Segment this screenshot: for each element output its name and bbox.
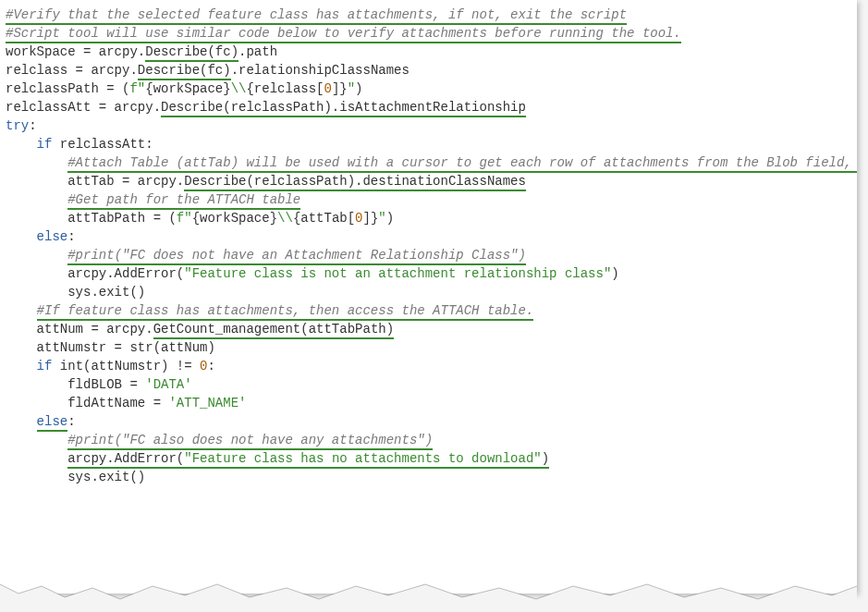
code-token: attTabPath = ( <box>6 211 177 226</box>
code-token: " <box>348 81 355 96</box>
code-token: : <box>29 118 36 133</box>
code-line: fldAttName = 'ATT_NAME' <box>6 396 246 410</box>
code-token: : <box>67 229 75 244</box>
code-token <box>6 359 37 373</box>
code-token: Describe(relclassPath).isAttachmentRelat… <box>161 100 526 117</box>
code-token <box>6 451 67 466</box>
code-token: : <box>207 359 214 373</box>
code-token: {attTab[ <box>293 211 355 226</box>
code-token: else <box>37 229 68 244</box>
code-token: ) <box>542 451 549 469</box>
code-line: #Verify that the selected feature class … <box>6 7 627 25</box>
code-token <box>6 433 67 447</box>
code-line: fldBLOB = 'DATA' <box>6 377 192 392</box>
code-token: {relclass[ <box>246 81 324 96</box>
code-line: sys.exit() <box>6 285 145 300</box>
code-token: #print("FC does not have an Attachment R… <box>67 248 526 265</box>
code-token: attTab = arcpy. <box>6 174 184 189</box>
code-token: relclassAtt: <box>52 137 153 152</box>
code-token: arcpy.AddError( <box>67 451 184 469</box>
code-line: arcpy.AddError("Feature class is not an … <box>6 266 619 281</box>
code-line: #If feature class has attachments, then … <box>6 303 533 321</box>
code-line: attNumstr = str(attNum) <box>6 340 215 355</box>
code-token <box>6 229 37 244</box>
code-token: Describe(relclassPath).destinationClassN… <box>184 174 526 191</box>
code-token: relclassAtt = arcpy. <box>6 100 161 115</box>
code-line: if int(attNumstr) != 0: <box>6 359 215 373</box>
code-listing: #Verify that the selected feature class … <box>6 6 851 486</box>
code-token: .path <box>238 44 277 59</box>
code-line: sys.exit() <box>6 470 145 484</box>
code-token: ]} <box>332 81 348 96</box>
code-line: #print("FC does not have an Attachment R… <box>6 248 526 265</box>
code-token: ) <box>611 266 618 281</box>
code-line: relclassPath = (f"{workSpace}\\{relclass… <box>6 81 363 96</box>
code-line: attTabPath = (f"{workSpace}\\{attTab[0]}… <box>6 211 394 226</box>
code-line: else: <box>6 414 76 432</box>
code-token: sys.exit() <box>6 285 145 300</box>
code-token: #Verify that the selected feature class … <box>6 7 627 25</box>
code-token <box>6 414 37 429</box>
code-token: 'ATT_NAME' <box>168 396 246 410</box>
code-token: ) <box>355 81 362 96</box>
code-token <box>6 303 37 318</box>
code-token: fldAttName = <box>6 396 168 410</box>
code-token: : <box>67 414 75 429</box>
code-token: f" <box>129 81 145 96</box>
code-token: #If feature class has attachments, then … <box>37 303 534 321</box>
code-token <box>6 137 37 152</box>
code-line: attTab = arcpy.Describe(relclassPath).de… <box>6 174 526 191</box>
code-line: relclass = arcpy.Describe(fc).relationsh… <box>6 63 410 80</box>
code-token: relclass = arcpy. <box>6 63 138 78</box>
code-token: if <box>37 359 53 373</box>
code-token: \\ <box>231 81 247 96</box>
code-token: relclassPath = ( <box>6 81 129 96</box>
code-line: arcpy.AddError("Feature class has no att… <box>6 451 549 469</box>
code-token: ) <box>386 211 394 226</box>
code-line: relclassAtt = arcpy.Describe(relclassPat… <box>6 100 526 117</box>
code-line: if relclassAtt: <box>6 137 153 152</box>
code-token: #Attach Table (attTab) will be used with… <box>67 155 857 173</box>
code-token: fldBLOB = <box>6 377 145 392</box>
code-line: #print("FC also does not have any attach… <box>6 433 433 450</box>
code-token: #Script tool will use similar code below… <box>6 26 681 43</box>
code-token <box>6 248 67 263</box>
code-token: GetCount_management(attTabPath) <box>153 322 394 339</box>
code-line: workSpace = arcpy.Describe(fc).path <box>6 44 277 62</box>
code-line: attNum = arcpy.GetCount_management(attTa… <box>6 322 394 339</box>
code-token: workSpace = arcpy. <box>6 44 145 59</box>
code-token: 'DATA' <box>145 377 191 392</box>
code-line: else: <box>6 229 76 244</box>
code-token: int(attNumstr) != <box>52 359 200 373</box>
code-line: #Script tool will use similar code below… <box>6 26 681 43</box>
code-token: "Feature class is not an attachment rela… <box>184 266 611 281</box>
code-line: #Attach Table (attTab) will be used with… <box>6 155 857 173</box>
code-token <box>6 155 67 170</box>
code-paper: #Verify that the selected feature class … <box>0 0 857 594</box>
code-line: try: <box>6 118 37 133</box>
code-token: Describe(fc) <box>145 44 238 62</box>
code-token: arcpy.AddError( <box>6 266 184 281</box>
code-token: " <box>378 211 385 226</box>
code-line: #Get path for the ATTACH table <box>6 192 300 210</box>
code-token <box>6 192 67 207</box>
code-token: f" <box>177 211 192 226</box>
code-token: try <box>6 118 29 133</box>
code-token: attNum = arcpy. <box>6 322 153 337</box>
code-token: "Feature class has no attachments to dow… <box>184 451 541 469</box>
code-token: \\ <box>277 211 293 226</box>
code-token: 0 <box>324 81 331 96</box>
code-token: {workSpace} <box>192 211 277 226</box>
code-token: #print("FC also does not have any attach… <box>67 433 433 450</box>
screenshot-viewport: #Verify that the selected feature class … <box>0 0 868 612</box>
code-token: #Get path for the ATTACH table <box>67 192 300 210</box>
code-token: ]} <box>363 211 379 226</box>
code-token: Describe(fc) <box>138 63 231 80</box>
code-token: else <box>37 414 68 432</box>
code-token: {workSpace} <box>145 81 230 96</box>
code-token: 0 <box>355 211 362 226</box>
code-token: attNumstr = str(attNum) <box>6 340 215 355</box>
code-token: if <box>37 137 53 152</box>
code-token: sys.exit() <box>6 470 145 484</box>
code-token: .relationshipClassNames <box>231 63 410 78</box>
